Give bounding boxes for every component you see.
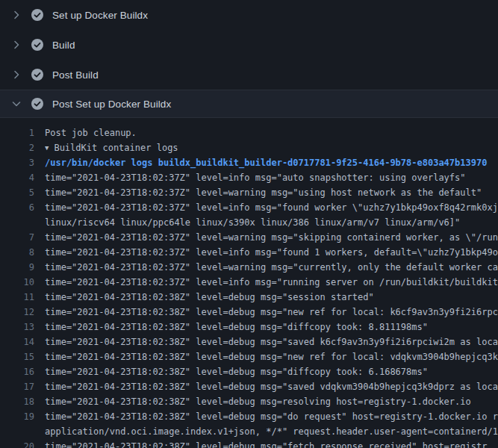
log-line: 9 time="2021-04-23T18:02:37Z" level=warn… [0,260,498,275]
log-line: 16 time="2021-04-23T18:02:38Z" level=deb… [0,364,498,379]
log-line: 7 time="2021-04-23T18:02:37Z" level=warn… [0,230,498,245]
line-text: ▼BuildKit container logs [45,140,498,155]
line-number[interactable]: 11 [0,290,45,305]
line-text: time="2021-04-23T18:02:38Z" level=debug … [45,394,498,409]
line-number[interactable]: 14 [0,335,45,349]
line-number[interactable]: 7 [0,230,45,245]
line-text: time="2021-04-23T18:02:38Z" level=debug … [45,409,498,424]
line-number[interactable]: 15 [0,349,45,364]
check-circle-icon [31,39,43,51]
actions-log-viewer: Set up Docker Buildx Build Post Build [0,0,498,448]
chevron-down-icon [10,98,22,110]
step-label: Post Set up Docker Buildx [52,99,171,110]
line-text: time="2021-04-23T18:02:38Z" level=debug … [45,364,498,379]
line-number [0,424,45,439]
log-line: 8 time="2021-04-23T18:02:37Z" level=info… [0,245,498,260]
step-list: Set up Docker Buildx Build Post Build [0,0,498,118]
log-line: 10 time="2021-04-23T18:02:37Z" level=inf… [0,275,498,290]
line-number[interactable]: 6 [0,200,45,215]
line-text: time="2021-04-23T18:02:38Z" level=debug … [45,379,498,394]
line-text: time="2021-04-23T18:02:38Z" level=debug … [45,290,498,305]
log-line: 4 time="2021-04-23T18:02:37Z" level=info… [0,170,498,185]
line-number[interactable]: 4 [0,170,45,185]
step-header-set-up-docker-buildx[interactable]: Set up Docker Buildx [0,0,498,30]
log-line: 12 time="2021-04-23T18:02:38Z" level=deb… [0,305,498,320]
line-number[interactable]: 1 [0,125,45,140]
log-line-continuation: application/vnd.oci.image.index.v1+json,… [0,424,498,439]
log-line: 19 time="2021-04-23T18:02:38Z" level=deb… [0,409,498,424]
step-header-post-build[interactable]: Post Build [0,60,498,90]
line-number[interactable]: 19 [0,409,45,424]
line-number[interactable]: 2 [0,140,45,155]
line-text: application/vnd.oci.image.index.v1+json,… [45,424,498,439]
line-number[interactable]: 9 [0,260,45,275]
line-text: linux/riscv64 linux/ppc64le linux/s390x … [45,215,498,230]
line-text: time="2021-04-23T18:02:37Z" level=info m… [45,275,498,290]
step-label: Set up Docker Buildx [52,10,148,21]
line-number[interactable]: 5 [0,185,45,200]
log-line: 6 time="2021-04-23T18:02:37Z" level=info… [0,200,498,215]
line-text: time="2021-04-23T18:02:37Z" level=warnin… [45,230,498,245]
log-line: 3 /usr/bin/docker logs buildx_buildkit_b… [0,155,498,170]
step-header-post-set-up-docker-buildx[interactable]: Post Set up Docker Buildx [0,90,498,118]
log-line: 17 time="2021-04-23T18:02:38Z" level=deb… [0,379,498,394]
group-expand-icon[interactable]: ▼ [45,140,49,155]
line-text: time="2021-04-23T18:02:37Z" level=info m… [45,245,498,260]
line-text: time="2021-04-23T18:02:37Z" level=warnin… [45,185,498,200]
line-number[interactable]: 13 [0,320,45,335]
line-text: Post job cleanup. [45,125,498,140]
step-header-build[interactable]: Build [0,30,498,60]
line-number[interactable]: 18 [0,394,45,409]
line-number[interactable]: 10 [0,275,45,290]
check-circle-icon [31,69,43,81]
line-text: time="2021-04-23T18:02:38Z" level=debug … [45,439,498,448]
group-title[interactable]: BuildKit container logs [54,143,178,153]
chevron-right-icon [10,39,22,51]
chevron-right-icon [10,9,22,21]
step-label: Post Build [52,69,99,81]
line-number[interactable]: 12 [0,305,45,320]
log-line: 5 time="2021-04-23T18:02:37Z" level=warn… [0,185,498,200]
line-text: time="2021-04-23T18:02:37Z" level=info m… [45,200,498,215]
log-line: 18 time="2021-04-23T18:02:38Z" level=deb… [0,394,498,409]
line-number[interactable]: 16 [0,364,45,379]
check-circle-icon [31,98,43,110]
step-label: Build [52,40,75,51]
log-line-continuation: linux/riscv64 linux/ppc64le linux/s390x … [0,215,498,230]
line-text: time="2021-04-23T18:02:38Z" level=debug … [45,320,498,335]
log-line: 20 time="2021-04-23T18:02:38Z" level=deb… [0,439,498,448]
log-line: 11 time="2021-04-23T18:02:38Z" level=deb… [0,290,498,305]
log-line: 2 ▼BuildKit container logs [0,140,498,155]
line-text: time="2021-04-23T18:02:38Z" level=debug … [45,349,498,364]
line-text: time="2021-04-23T18:02:38Z" level=debug … [45,305,498,320]
line-number[interactable]: 8 [0,245,45,260]
line-number[interactable]: 17 [0,379,45,394]
log-line: 15 time="2021-04-23T18:02:38Z" level=deb… [0,349,498,364]
log-line: 1 Post job cleanup. [0,125,498,140]
line-text: time="2021-04-23T18:02:37Z" level=warnin… [45,260,498,275]
line-text: /usr/bin/docker logs buildx_buildkit_bui… [45,155,498,170]
chevron-right-icon [10,69,22,81]
line-number [0,215,45,230]
line-text: time="2021-04-23T18:02:38Z" level=debug … [45,335,498,349]
log-line: 13 time="2021-04-23T18:02:38Z" level=deb… [0,320,498,335]
check-circle-icon [31,9,43,21]
log-line: 14 time="2021-04-23T18:02:38Z" level=deb… [0,335,498,349]
log-lines: 1 Post job cleanup. 2 ▼BuildKit containe… [0,118,498,448]
line-text: time="2021-04-23T18:02:37Z" level=info m… [45,170,498,185]
line-number[interactable]: 3 [0,155,45,170]
line-number[interactable]: 20 [0,439,45,448]
